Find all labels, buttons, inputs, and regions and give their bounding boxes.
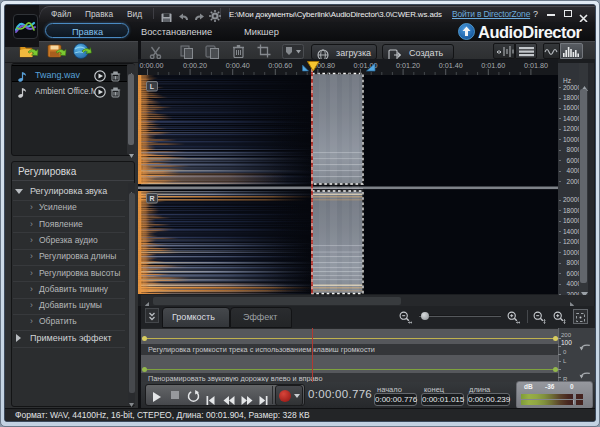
- svg-text:L: L: [150, 83, 155, 90]
- svg-text:0:00.00: 0:00.00: [140, 61, 164, 70]
- svg-text:0:01.40: 0:01.40: [439, 61, 463, 70]
- svg-text:0:01.20: 0:01.20: [396, 61, 420, 70]
- svg-text:R: R: [149, 195, 154, 202]
- svg-text:0:01.60: 0:01.60: [481, 61, 505, 70]
- svg-text:0:00.40: 0:00.40: [226, 61, 250, 70]
- svg-text:0:00.20: 0:00.20: [183, 61, 207, 70]
- svg-text:0:00.60: 0:00.60: [268, 61, 292, 70]
- svg-text:0:01.80: 0:01.80: [524, 61, 548, 70]
